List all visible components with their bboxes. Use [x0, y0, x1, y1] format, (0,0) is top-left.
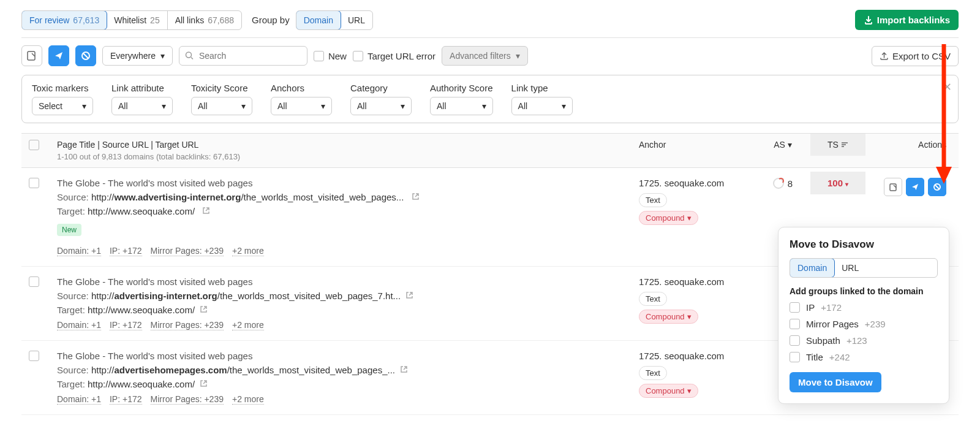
- filter-anchors[interactable]: All▾: [271, 97, 332, 115]
- chevron-down-icon: ▾: [687, 213, 692, 223]
- filter-label: Link type: [511, 83, 573, 93]
- tab-all-links[interactable]: All links 67,688: [168, 11, 241, 29]
- filter-authority-score[interactable]: All▾: [430, 97, 493, 115]
- group-count: +242: [829, 352, 850, 362]
- chevron-down-icon: ▾: [845, 181, 848, 188]
- group-count: +172: [821, 302, 842, 313]
- row-checkbox[interactable]: [29, 178, 39, 188]
- tab-count: 25: [150, 15, 160, 25]
- group-label: Mirror Pages: [806, 319, 859, 329]
- group-subpath-checkbox[interactable]: [790, 335, 800, 346]
- external-link-icon[interactable]: [400, 365, 408, 373]
- external-link-icon[interactable]: [200, 305, 208, 313]
- popover-seg-group: Domain URL: [790, 258, 938, 278]
- filter-label: Toxic markers: [32, 83, 93, 93]
- anchor-tag-compound[interactable]: Compound ▾: [639, 384, 698, 398]
- external-link-icon[interactable]: [405, 291, 413, 299]
- meta-domain[interactable]: Domain: +1: [57, 320, 101, 330]
- filter-category[interactable]: All▾: [350, 97, 412, 115]
- group-title-checkbox[interactable]: [790, 352, 800, 362]
- anchor-tag-text: Text: [639, 193, 667, 207]
- tab-whitelist[interactable]: Whitelist 25: [107, 11, 167, 29]
- new-badge: New: [57, 224, 81, 236]
- group-by-url[interactable]: URL: [341, 11, 372, 29]
- whitelist-icon-button[interactable]: [21, 45, 42, 66]
- popover-title: Move to Disavow: [790, 238, 938, 251]
- select-all-checkbox[interactable]: [29, 140, 39, 150]
- external-link-icon[interactable]: [202, 207, 210, 215]
- group-by-domain[interactable]: Domain: [296, 10, 341, 30]
- everywhere-dropdown[interactable]: Everywhere ▾: [102, 46, 173, 66]
- table-header: Page Title | Source URL | Target URL 1-1…: [21, 133, 959, 168]
- annotation-arrow-icon: [935, 44, 953, 185]
- chevron-down-icon: ▾: [241, 101, 246, 111]
- import-label: Import backlinks: [877, 15, 950, 25]
- col-ts-header[interactable]: TS: [827, 140, 848, 150]
- move-to-disavow-button[interactable]: Move to Disavow: [790, 372, 881, 392]
- row-send-button[interactable]: [906, 178, 924, 196]
- tab-for-review[interactable]: For review 67,613: [21, 10, 107, 30]
- tab-label: All links: [175, 15, 204, 25]
- svg-point-2: [186, 52, 191, 58]
- row-whitelist-button[interactable]: [884, 178, 902, 196]
- new-checkbox[interactable]: [314, 51, 324, 61]
- upload-icon: [880, 51, 889, 61]
- chevron-down-icon: ▾: [401, 101, 405, 111]
- page-title: The Globe - The world's most visited web…: [57, 178, 639, 188]
- group-label: Title: [806, 352, 823, 362]
- meta-ip[interactable]: IP: +172: [110, 320, 142, 330]
- group-mirror-checkbox[interactable]: [790, 319, 800, 329]
- filter-label: Link attribute: [111, 83, 173, 93]
- anchor-tag-compound[interactable]: Compound ▾: [639, 310, 698, 324]
- tab-count: 67,613: [73, 15, 99, 25]
- row-checkbox[interactable]: [29, 276, 39, 287]
- filter-link-type[interactable]: All▾: [511, 97, 573, 115]
- filter-toxic-markers[interactable]: Select▾: [32, 97, 93, 115]
- search-input[interactable]: [179, 46, 307, 66]
- col-as-header[interactable]: AS ▾: [774, 140, 792, 150]
- chevron-down-icon: ▾: [516, 51, 520, 61]
- meta-more[interactable]: +2 more: [232, 246, 264, 256]
- download-icon: [864, 15, 873, 25]
- meta-domain[interactable]: Domain: +1: [57, 394, 101, 405]
- meta-more[interactable]: +2 more: [232, 394, 264, 405]
- meta-ip[interactable]: IP: +172: [110, 394, 142, 405]
- meta-mirror[interactable]: Mirror Pages: +239: [151, 246, 224, 256]
- external-link-icon[interactable]: [412, 192, 420, 200]
- target-url-error-checkbox[interactable]: [353, 51, 363, 61]
- disavow-icon-button[interactable]: [75, 45, 96, 66]
- tab-label: For review: [29, 15, 69, 25]
- meta-domain[interactable]: Domain: +1: [57, 246, 101, 256]
- chevron-down-icon: ▾: [321, 101, 325, 111]
- search-icon: [185, 51, 194, 61]
- group-by: Group by Domain URL: [252, 10, 373, 30]
- popover-seg-url[interactable]: URL: [834, 259, 866, 277]
- filter-label: Toxicity Score: [191, 83, 252, 93]
- send-icon-button[interactable]: [48, 45, 69, 66]
- import-backlinks-button[interactable]: Import backlinks: [855, 10, 959, 30]
- chevron-down-icon: ▾: [82, 101, 86, 111]
- group-label: Subpath: [806, 335, 840, 346]
- external-link-icon[interactable]: [200, 379, 208, 387]
- meta-mirror[interactable]: Mirror Pages: +239: [151, 320, 224, 330]
- page-title: The Globe - The world's most visited web…: [57, 276, 639, 287]
- group-ip-checkbox[interactable]: [790, 302, 800, 313]
- chevron-down-icon: ▾: [160, 51, 165, 61]
- advanced-filters-button[interactable]: Advanced filters ▾: [442, 46, 528, 66]
- tab-label: Whitelist: [114, 15, 146, 25]
- filter-label: Category: [350, 83, 412, 93]
- meta-ip[interactable]: IP: +172: [110, 246, 142, 256]
- popover-subhead: Add groups linked to the domain: [790, 286, 938, 296]
- ts-value[interactable]: 100▾: [827, 178, 848, 188]
- meta-more[interactable]: +2 more: [232, 320, 264, 330]
- row-checkbox[interactable]: [29, 351, 39, 361]
- group-by-label: Group by: [252, 15, 290, 25]
- filter-link-attribute[interactable]: All▾: [111, 97, 173, 115]
- filter-toxicity-score[interactable]: All▾: [191, 97, 252, 115]
- col-main-sub: 1-100 out of 9,813 domains (total backli…: [57, 152, 639, 161]
- popover-seg-domain[interactable]: Domain: [790, 258, 835, 278]
- meta-mirror[interactable]: Mirror Pages: +239: [151, 394, 224, 405]
- anchor-tag-compound[interactable]: Compound ▾: [639, 211, 698, 225]
- col-anchor: Anchor: [639, 140, 666, 150]
- new-label: New: [328, 51, 347, 61]
